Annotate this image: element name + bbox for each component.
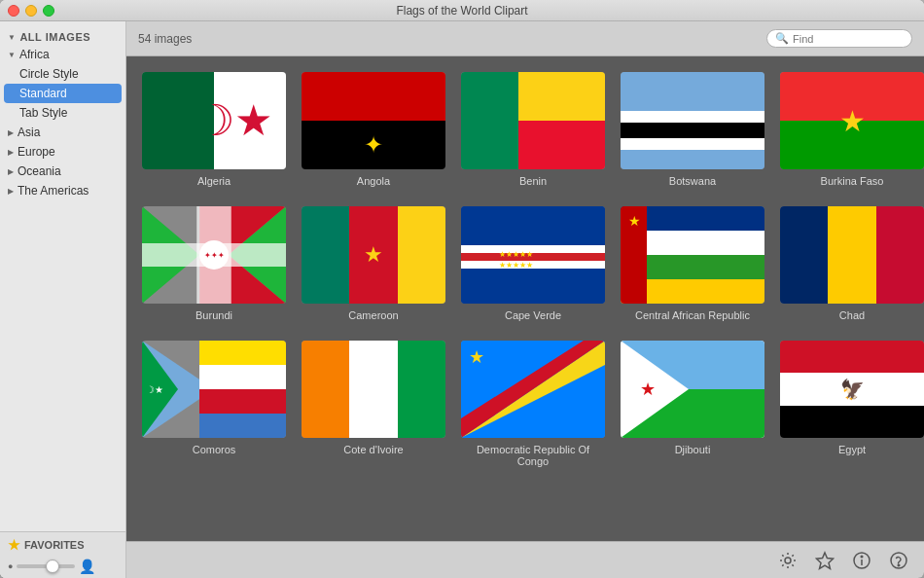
flag-label: Chad — [839, 309, 865, 321]
window-buttons — [8, 5, 54, 17]
asia-triangle: ▶ — [8, 128, 14, 137]
list-item[interactable]: ★★★★★ ★★★★★ Cape Verde — [461, 206, 605, 321]
list-item[interactable]: ★ Djibouti — [621, 341, 764, 467]
flag-car-image: ★ — [621, 206, 764, 304]
oceania-label: Oceania — [18, 164, 61, 178]
sidebar-item-americas[interactable]: ▶ The Americas — [0, 181, 125, 200]
list-item[interactable]: Cote d'Ivoire — [302, 341, 445, 467]
list-item[interactable]: ☽★ Algeria — [142, 72, 286, 187]
window-title: Flags of the World Clipart — [396, 4, 527, 18]
flag-cameroon-image: ★ — [302, 206, 445, 304]
search-input[interactable] — [793, 33, 900, 45]
list-item[interactable]: Botswana — [621, 72, 764, 187]
flag-label: Cameroon — [348, 309, 398, 321]
all-images-header[interactable]: ▼ ALL IMAGES — [0, 29, 125, 45]
sidebar-item-africa[interactable]: ▼ Africa — [0, 45, 125, 64]
maximize-button[interactable] — [43, 5, 54, 17]
image-count: 54 images — [138, 32, 755, 46]
flag-label: Cape Verde — [505, 309, 561, 321]
standard-label: Standard — [19, 87, 67, 100]
flag-label: Cote d'Ivoire — [343, 444, 403, 455]
flag-label: Comoros — [193, 444, 236, 455]
list-item[interactable]: ✦ Angola — [302, 72, 445, 187]
main-window: Flags of the World Clipart ▼ ALL IMAGES … — [0, 0, 924, 578]
list-item[interactable]: ★ Central African Republic — [621, 206, 764, 321]
content-area: ☽★ Algeria ✦ — [126, 56, 924, 541]
list-item[interactable]: ☽★ Comoros — [142, 341, 286, 467]
svg-point-0 — [785, 558, 791, 563]
flag-drc-image: ★ — [461, 341, 605, 438]
europe-label: Europe — [18, 145, 55, 159]
flag-label: Djibouti — [675, 444, 711, 455]
flag-label: Burkina Faso — [821, 175, 884, 187]
question-icon-button[interactable] — [885, 547, 912, 574]
sidebar-item-tab-style[interactable]: Tab Style — [0, 103, 125, 123]
all-images-triangle: ▼ — [8, 33, 16, 42]
list-item[interactable]: Benin — [461, 72, 605, 187]
size-slider-thumb[interactable] — [46, 560, 59, 573]
flag-egypt-image: 🦅 — [780, 341, 924, 438]
americas-label: The Americas — [18, 184, 89, 198]
all-images-label: ALL IMAGES — [19, 31, 90, 43]
flag-angola-image: ✦ — [302, 72, 445, 169]
flag-capeverde-image: ★★★★★ ★★★★★ — [461, 206, 605, 304]
algeria-crescent: ☽★ — [196, 99, 272, 142]
tab-style-label: Tab Style — [19, 106, 67, 120]
favorites-label: FAVORITES — [24, 539, 85, 551]
flag-label: Central African Republic — [635, 309, 750, 321]
flag-burkina-image: ★ — [780, 72, 924, 169]
asia-label: Asia — [18, 126, 40, 139]
sidebar-item-circle-style[interactable]: Circle Style — [0, 64, 125, 84]
sidebar-item-oceania[interactable]: ▶ Oceania — [0, 162, 125, 181]
flag-djibouti-image: ★ — [621, 341, 764, 438]
minimize-button[interactable] — [25, 5, 37, 17]
burkina-star: ★ — [839, 104, 866, 138]
sidebar-item-asia[interactable]: ▶ Asia — [0, 123, 125, 142]
search-box[interactable]: 🔍 — [766, 29, 912, 48]
africa-triangle: ▼ — [8, 51, 16, 59]
list-item[interactable]: ★ Burkina Faso — [780, 72, 924, 187]
europe-triangle: ▶ — [8, 148, 14, 157]
size-slider-track — [17, 564, 75, 568]
flag-cotedivoire-image — [302, 341, 445, 438]
sidebar-item-europe[interactable]: ▶ Europe — [0, 142, 125, 162]
circle-style-label: Circle Style — [19, 67, 79, 81]
flags-grid: ☽★ Algeria ✦ — [142, 72, 908, 467]
flag-benin-image — [461, 72, 605, 169]
sidebar-content: ▼ ALL IMAGES ▼ Africa Circle Style Stand… — [0, 21, 125, 531]
list-item[interactable]: ★ Cameroon — [302, 206, 445, 321]
size-slider-area: ● 👤 — [8, 559, 118, 574]
search-icon: 🔍 — [775, 32, 789, 45]
favorites-section[interactable]: ★ FAVORITES — [8, 537, 118, 553]
flag-label: Burundi — [195, 309, 232, 321]
flag-label: Benin — [519, 175, 547, 187]
flag-algeria-image: ☽★ — [142, 72, 286, 169]
americas-triangle: ▶ — [8, 187, 14, 196]
flag-burundi-image: ✦✦✦ — [142, 206, 286, 304]
list-item[interactable]: Chad — [780, 206, 924, 321]
svg-marker-1 — [817, 553, 834, 568]
gear-icon-button[interactable] — [774, 547, 801, 574]
flag-botswana-image — [621, 72, 764, 169]
small-icon: ● — [8, 561, 13, 571]
flag-label: Democratic Republic Of Congo — [461, 444, 605, 467]
list-item[interactable]: ★ Democratic Republic Of Congo — [461, 341, 605, 467]
sidebar-item-standard[interactable]: Standard — [4, 84, 122, 103]
svg-point-6 — [898, 564, 900, 566]
person-icon: 👤 — [79, 559, 95, 574]
svg-point-4 — [861, 556, 863, 558]
close-button[interactable] — [8, 5, 19, 17]
oceania-triangle: ▶ — [8, 167, 14, 176]
list-item[interactable]: ✦✦✦ Burundi — [142, 206, 286, 321]
flag-label: Botswana — [669, 175, 716, 187]
flag-label: Egypt — [838, 444, 866, 455]
info-icon-button[interactable] — [848, 547, 875, 574]
list-item[interactable]: 🦅 Egypt — [780, 341, 924, 467]
sidebar-footer: ★ FAVORITES ● 👤 — [0, 531, 125, 578]
top-toolbar: 54 images 🔍 — [126, 21, 924, 56]
titlebar: Flags of the World Clipart — [0, 0, 924, 21]
flag-label: Algeria — [197, 175, 231, 187]
flag-chad-image — [780, 206, 924, 304]
star-icon-button[interactable] — [811, 547, 838, 574]
bottom-toolbar — [126, 541, 924, 578]
